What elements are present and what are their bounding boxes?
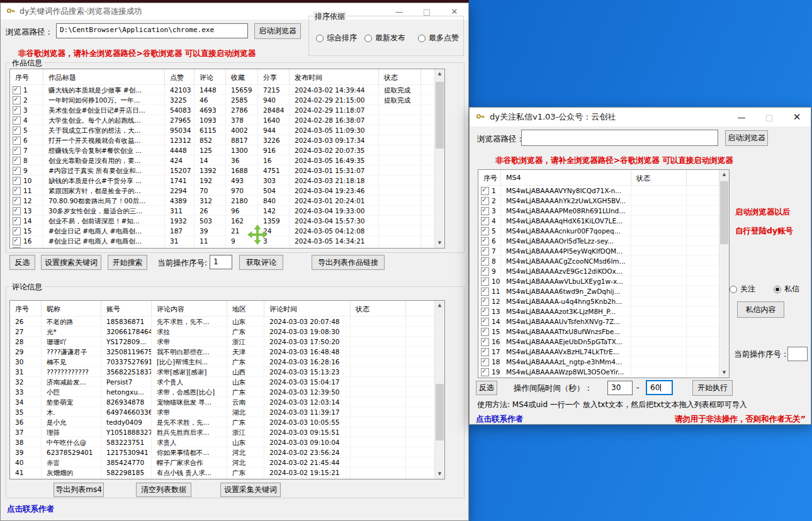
column-header[interactable]: 评论时间 xyxy=(264,301,351,317)
set-collect-keywords-button[interactable]: 设置采集关键词 xyxy=(220,483,281,497)
column-header[interactable]: 状态 xyxy=(379,69,421,85)
row-checkbox[interactable] xyxy=(13,96,21,104)
row-checkbox[interactable] xyxy=(13,197,21,205)
invert-selection-button[interactable]: 反选 xyxy=(9,255,35,270)
row-checkbox[interactable] xyxy=(13,147,21,155)
maximize-button[interactable]: □ xyxy=(413,7,441,16)
table-row[interactable]: 35木.64974660336求带湖北2024-03-03 11:39:17 xyxy=(10,407,435,417)
table-row[interactable]: 19MS4wLjABAAAAWzp8WL3O5OeYir... xyxy=(478,367,719,377)
row-checkbox[interactable] xyxy=(13,217,21,225)
table-row[interactable]: 34垫垫萌宠826934878宠物猫咪批发 寻...云南2024-03-03 1… xyxy=(10,397,435,407)
table-row[interactable]: 9MS4wLjABAAAAzvE9Gc12diKOOx... xyxy=(478,266,719,276)
column-header[interactable]: 序号 xyxy=(478,170,501,186)
row-checkbox[interactable] xyxy=(13,177,21,185)
launch-browser-button[interactable]: 启动浏览器 xyxy=(254,23,301,39)
column-header[interactable]: 账号 xyxy=(101,301,152,317)
row-checkbox[interactable] xyxy=(481,197,489,205)
dm-content-button[interactable]: 私信内容 xyxy=(737,301,784,318)
table-row[interactable]: 9#内容过于真实 所有要创业和...152071392168847512024-… xyxy=(10,165,435,176)
table-row[interactable]: 1赚大钱的本质就是少做事 #创...4210314481565972152024… xyxy=(10,85,435,95)
table-row[interactable]: 18MS4wLjABAAAAzL_ngtp-e3hMm4... xyxy=(478,357,719,367)
start-search-button[interactable]: 开始搜索 xyxy=(108,255,147,270)
table-row[interactable]: 27光*32066178464求拉广东2024-03-03 19:08:30 xyxy=(10,327,435,337)
row-checkbox[interactable] xyxy=(13,137,21,145)
column-header[interactable]: 发布时间 xyxy=(290,69,379,85)
clear-list-button[interactable]: 清空列表数据 xyxy=(136,483,191,497)
scroll-up-icon[interactable]: ▲ xyxy=(435,69,444,79)
table-row[interactable]: 14创业不易，创前请深思！#知...193250316213592024-03-… xyxy=(10,216,435,226)
row-checkbox[interactable] xyxy=(481,358,489,366)
row-checkbox[interactable] xyxy=(481,207,489,215)
table-row[interactable]: 31????????????35682251837求带[感谢][感谢]山西202… xyxy=(10,367,435,377)
close-button[interactable]: ✕ xyxy=(441,7,468,16)
column-header[interactable]: 作品标题 xyxy=(43,69,165,85)
works-table[interactable]: 序号作品标题点赞评论收藏分享发布时间状态 1赚大钱的本质就是少做事 #创...4… xyxy=(9,69,445,249)
ms4-table[interactable]: 序号MS4状态 1MS4wLjABAAAAVYNy8ICQd71X-n...2M… xyxy=(478,169,730,378)
row-checkbox[interactable] xyxy=(13,207,21,215)
scroll-up-icon[interactable]: ▲ xyxy=(719,170,729,179)
interval-from-input[interactable]: 30 xyxy=(607,381,633,395)
table-row[interactable]: 16#创业日记 #电商人 #电商创...3111932024-03-05 14:… xyxy=(10,236,435,246)
table-row[interactable]: 11紧跟国家方针，都是捡金子的...2294709705042024-03-04… xyxy=(10,186,435,196)
radio-sort-newest[interactable]: 最新发布 xyxy=(364,33,405,43)
table-row[interactable]: 2MS4wLjABAAAAhYk2zUwLXGH5BV... xyxy=(478,196,719,206)
table-row[interactable]: 26不老的路185836871先不求胜，先不...山东2024-03-03 20… xyxy=(10,317,435,327)
column-header[interactable]: MS4 xyxy=(501,170,631,186)
set-search-keywords-button[interactable]: 设置搜索关键词 xyxy=(41,255,101,270)
table-row[interactable]: 30楠不见70337527691[比心]帮博主纠...广东2024-03-03 … xyxy=(10,357,435,367)
current-index-input[interactable]: 1 xyxy=(210,255,232,269)
table-row[interactable]: 15#创业日记 #电商人 #电商创...1873921242024-03-05 … xyxy=(10,226,435,236)
table-row[interactable]: 38中午吃什么@583223751求贵人山东2024-03-03 09:10:0… xyxy=(10,437,435,447)
row-checkbox[interactable] xyxy=(481,368,489,376)
table-row[interactable]: 17MS4wLjABAAAAVxBzHL74LkTtrE... xyxy=(478,347,719,357)
maximize-button[interactable]: □ xyxy=(755,113,783,122)
table-row[interactable]: 11MS4wLjABAAAA6twd9n_ZwDqhij... xyxy=(478,286,719,296)
comments-table-scrollbar[interactable]: ▲ ▼ xyxy=(434,301,444,479)
radio-icon[interactable] xyxy=(364,35,372,42)
table-row[interactable]: 17 xyxy=(10,246,435,248)
table-row[interactable]: 5MS4wLjABAAAAcnkur00F7qopeq... xyxy=(478,226,719,236)
scrollbar-thumb[interactable] xyxy=(436,384,444,440)
table-row[interactable]: 42 xyxy=(10,478,435,479)
contact-author-link[interactable]: 点击联系作者 xyxy=(476,414,523,425)
radio-icon[interactable] xyxy=(730,286,737,293)
radio-dm[interactable]: 私信 xyxy=(774,284,799,294)
start-execute-button[interactable]: 开始执行 xyxy=(692,380,733,396)
table-row[interactable]: 15MS4wLjABAAAATfxU8ufWnzsFbe... xyxy=(478,327,719,337)
table-row[interactable]: 13MS4wLjABAAAAzot3K-LjzM8H_P... xyxy=(478,306,719,317)
titlebar[interactable]: dy关注私信v1.03-公众号：云创社 — □ ✕ xyxy=(470,108,811,126)
row-checkbox[interactable] xyxy=(481,318,489,326)
table-row[interactable]: 10缺钱的本质是什么#干货分享 ...17411924933032024-03-… xyxy=(10,176,435,186)
row-checkbox[interactable] xyxy=(481,288,489,296)
row-checkbox[interactable] xyxy=(481,338,489,346)
works-table-scrollbar[interactable]: ▲ ▼ xyxy=(434,69,444,248)
table-row[interactable]: 39623785294011217530941你如果事情都不...河北2024-… xyxy=(10,447,435,457)
get-comments-button[interactable]: 获取评论 xyxy=(239,255,283,270)
row-checkbox[interactable] xyxy=(13,126,21,135)
radio-icon[interactable] xyxy=(316,35,324,42)
interval-to-input[interactable]: 60 xyxy=(646,380,673,395)
row-checkbox[interactable] xyxy=(481,247,489,255)
row-checkbox[interactable] xyxy=(481,237,489,245)
row-checkbox[interactable] xyxy=(13,187,21,195)
table-row[interactable]: 41灰熘熘的582298185有点小钱 贵人求...广东2024-03-02 1… xyxy=(10,468,435,478)
invert-selection-button[interactable]: 反选 xyxy=(476,381,497,395)
table-row[interactable]: 3MS4wLjABAAAAPMe08Rh691LUnd... xyxy=(478,206,719,216)
row-checkbox[interactable] xyxy=(481,187,489,195)
column-header[interactable]: 地区 xyxy=(227,301,264,317)
row-checkbox[interactable] xyxy=(481,298,489,306)
table-row[interactable]: 8创业光靠勤奋是没有用的，要...4241436162024-03-05 16:… xyxy=(10,155,435,165)
table-row[interactable]: 40赤峕385424770帽子厂家求合作河北2024-03-02 21:45:4… xyxy=(10,457,435,468)
column-header[interactable]: 点赞 xyxy=(165,69,195,85)
table-row[interactable]: 3美术生创业#创业日记#开店日...5408346932786284842024… xyxy=(10,105,435,115)
minimize-button[interactable]: — xyxy=(728,113,755,122)
row-checkbox[interactable] xyxy=(481,308,489,316)
table-row[interactable]: 2一年时间如何挣100万。一年...32254625859402024-02-2… xyxy=(10,95,435,105)
table-row[interactable]: 4大学生创业。每个人的起跑线...27965109337816402024-02… xyxy=(10,115,435,125)
table-row[interactable]: 28珊珊吖YS172809...求带浙江2024-03-03 17:50:20 xyxy=(10,337,435,347)
radio-selected-icon[interactable] xyxy=(774,286,781,293)
table-row[interactable]: 7想赚钱先学会复制#餐饮创业 ...444812513009162024-03-… xyxy=(10,145,435,155)
table-row[interactable]: 6MS4wLjABAAAAOrl5dTeLzz-sey... xyxy=(478,236,719,246)
scrollbar-thumb[interactable] xyxy=(720,181,728,244)
column-header[interactable]: 序号 xyxy=(10,69,43,85)
